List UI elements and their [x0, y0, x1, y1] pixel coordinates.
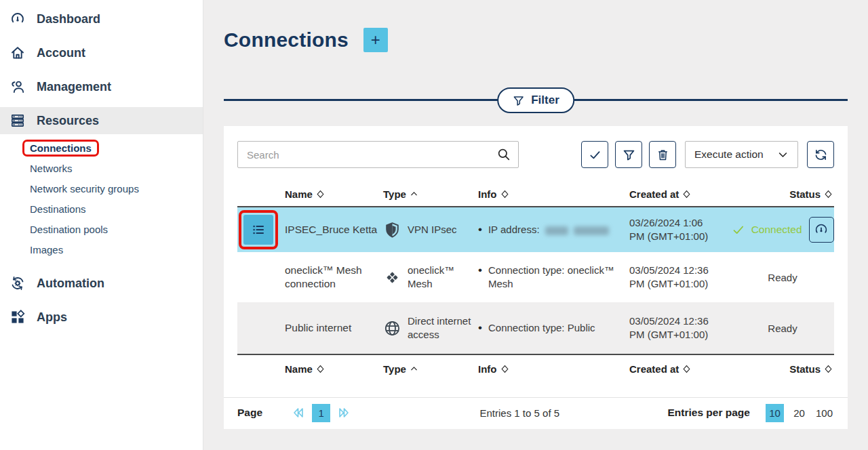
connections-panel: Execute action Name Type: [224, 126, 848, 429]
connection-type: oneclick™ Mesh: [408, 264, 478, 291]
funnel-icon: [622, 148, 636, 162]
delete-button[interactable]: [649, 141, 676, 168]
resources-submenu: Connections Networks Network security gr…: [0, 138, 203, 260]
bullet: [478, 223, 482, 237]
sidebar-item-label: Management: [37, 80, 111, 94]
status-badge: Ready: [768, 272, 797, 283]
column-header-info[interactable]: Info: [478, 188, 629, 200]
sidebar-item-label: Destinations: [30, 203, 86, 215]
sidebar-item-label: Apps: [37, 310, 67, 325]
search-icon[interactable]: [496, 147, 511, 162]
column-header-status[interactable]: Status: [731, 188, 834, 200]
funnel-icon: [512, 94, 525, 107]
pagination-bar: Page 1 Entries 1 to 5 of 5 Entries per p…: [224, 397, 848, 429]
status-badge: Connected: [751, 224, 802, 236]
sidebar-item-network-security-groups[interactable]: Network security groups: [0, 178, 203, 199]
sidebar-item-label: Dashboard: [37, 12, 100, 26]
sort-diamond-icon: [500, 190, 509, 199]
per-page-option-20[interactable]: 20: [790, 404, 808, 422]
column-header-created-at[interactable]: Created at: [629, 188, 731, 200]
table-row[interactable]: oneclick™ Mesh connection oneclick™ Mesh…: [237, 252, 834, 302]
column-header-type[interactable]: Type: [383, 363, 478, 375]
connection-info: Connection type: oneclick™ Mesh: [488, 264, 629, 291]
sidebar-item-resources[interactable]: Resources: [0, 107, 203, 134]
connection-info: Connection type: Public: [488, 321, 601, 335]
execute-action-dropdown[interactable]: Execute action: [685, 141, 798, 168]
created-at: 03/05/2024 12:36 PM (GMT+01:00): [629, 314, 731, 342]
apps-icon: [9, 309, 26, 325]
main-content: Connections + Filter: [203, 0, 868, 450]
created-at: 03/26/2024 1:06 PM (GMT+01:00): [629, 216, 731, 243]
bullet: [478, 264, 482, 291]
connection-name: Public internet: [285, 321, 383, 335]
sort-diamond-icon: [682, 365, 691, 373]
people-icon: [9, 79, 26, 95]
sidebar-item-label: Networks: [30, 163, 73, 174]
list-icon: [250, 222, 267, 238]
entries-summary: Entries 1 to 5 of 5: [351, 407, 667, 419]
bullet: [478, 321, 482, 335]
sidebar-item-networks[interactable]: Networks: [0, 158, 203, 178]
sort-asc-icon: [410, 190, 418, 199]
sort-asc-icon: [410, 365, 418, 373]
sidebar-item-label: Resources: [37, 114, 99, 128]
table-row[interactable]: Public internet Direct internet access C…: [237, 302, 834, 354]
sort-diamond-icon: [682, 190, 691, 199]
check-icon: [731, 222, 746, 237]
add-connection-button[interactable]: +: [363, 28, 388, 52]
automation-icon: [9, 275, 26, 291]
first-page-icon[interactable]: [291, 405, 306, 420]
page-number-current[interactable]: 1: [312, 404, 330, 422]
table-row[interactable]: IPSEC_Bruce Ketta VPN IPsec IP address: …: [237, 207, 834, 252]
connection-info: IP address:: [488, 223, 614, 237]
sidebar-item-account[interactable]: Account: [0, 36, 203, 70]
gauge-icon: [9, 11, 26, 27]
servers-icon: [9, 112, 26, 129]
sidebar-item-apps[interactable]: Apps: [0, 300, 203, 334]
gauge-icon: [814, 222, 829, 237]
select-all-button[interactable]: [581, 141, 608, 168]
sidebar-item-images[interactable]: Images: [0, 239, 203, 260]
per-page-option-10[interactable]: 10: [766, 404, 784, 422]
filter-table-button[interactable]: [615, 141, 642, 168]
redacted-ip-value: [545, 226, 568, 235]
row-menu-button[interactable]: [243, 215, 273, 245]
sort-diamond-icon: [824, 365, 833, 373]
home-icon: [9, 45, 26, 61]
column-header-name[interactable]: Name: [285, 363, 383, 375]
sidebar-item-connections[interactable]: Connections: [0, 138, 203, 158]
filter-button[interactable]: Filter: [497, 87, 574, 113]
globe-icon: [383, 319, 401, 338]
column-header-info[interactable]: Info: [478, 363, 629, 375]
sort-diamond-icon: [500, 365, 509, 373]
column-header-status[interactable]: Status: [731, 363, 834, 375]
column-header-name[interactable]: Name: [285, 188, 383, 200]
mesh-icon: [383, 268, 401, 287]
sidebar-item-label: Destination pools: [30, 224, 108, 235]
refresh-button[interactable]: [807, 141, 834, 168]
last-page-icon[interactable]: [336, 405, 351, 420]
column-header-type[interactable]: Type: [383, 188, 478, 200]
connection-monitor-button[interactable]: [809, 217, 834, 243]
search-input[interactable]: [237, 141, 519, 168]
per-page-option-100[interactable]: 100: [814, 404, 834, 422]
sidebar-item-management[interactable]: Management: [0, 70, 203, 104]
execute-action-label: Execute action: [694, 148, 764, 161]
table-header-bottom: Name Type Info Created at Status: [237, 354, 834, 382]
sort-diamond-icon: [316, 365, 325, 373]
connection-name: IPSEC_Bruce Ketta: [285, 223, 383, 237]
sidebar-item-automation[interactable]: Automation: [0, 266, 203, 300]
sidebar-item-destinations[interactable]: Destinations: [0, 199, 203, 219]
sidebar-item-dashboard[interactable]: Dashboard: [0, 2, 203, 36]
connections-table: Name Type Info Created at Status: [237, 182, 834, 382]
sidebar-item-destination-pools[interactable]: Destination pools: [0, 219, 203, 239]
table-header-top: Name Type Info Created at Status: [237, 182, 834, 207]
column-header-created-at[interactable]: Created at: [629, 363, 731, 375]
connection-type: Direct internet access: [408, 314, 478, 342]
status-badge: Ready: [768, 323, 797, 334]
shield-icon: [383, 221, 401, 239]
page-title: Connections: [224, 28, 349, 52]
created-at: 03/05/2024 12:36 PM (GMT+01:00): [629, 264, 731, 291]
sidebar-item-label: Images: [30, 244, 63, 255]
page-label: Page: [237, 407, 262, 419]
